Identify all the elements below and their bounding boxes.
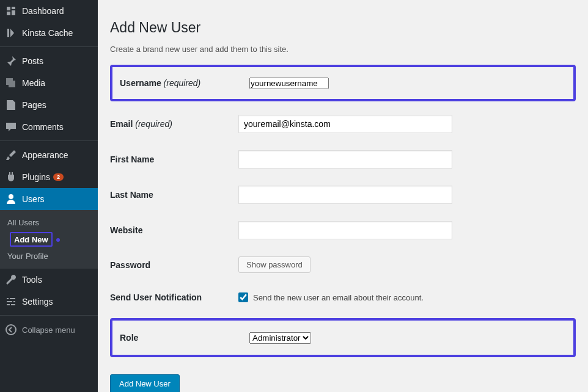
sidebar-item-media[interactable]: Media	[0, 72, 98, 94]
sidebar-item-tools[interactable]: Tools	[0, 269, 98, 291]
pages-icon	[5, 99, 17, 111]
first-name-label: First Name	[110, 142, 232, 177]
website-label: Website	[110, 212, 232, 248]
website-input[interactable]	[238, 221, 452, 239]
email-label: Email (required)	[110, 106, 232, 142]
sidebar-item-users[interactable]: Users	[0, 188, 98, 210]
submenu-your-profile[interactable]: Your Profile	[0, 249, 98, 264]
form-row-email: Email (required)	[110, 106, 576, 142]
last-name-input[interactable]	[238, 186, 452, 204]
form-row-first-name: First Name	[110, 142, 576, 177]
page-description: Create a brand new user and add them to …	[110, 45, 576, 54]
password-label: Password	[110, 248, 232, 281]
submenu-add-new[interactable]: Add New	[14, 235, 48, 244]
kinsta-icon	[5, 27, 17, 39]
form-row-notification: Send User Notification Send the new user…	[110, 281, 576, 313]
pin-icon	[5, 55, 17, 67]
role-label: Role	[117, 324, 247, 351]
submenu-add-new-highlight: Add New	[10, 232, 53, 247]
sidebar-label: Dashboard	[22, 6, 64, 16]
notification-label: Send User Notification	[110, 281, 232, 313]
page-title: Add New User	[110, 20, 576, 36]
sliders-icon	[5, 296, 17, 308]
sidebar-label: Users	[22, 194, 45, 204]
sidebar-submenu-users: All Users Add New Your Profile	[0, 210, 98, 269]
sidebar-label: Media	[22, 78, 45, 88]
notification-text: Send the new user an email about their a…	[253, 293, 424, 302]
sidebar-item-kinsta-cache[interactable]: Kinsta Cache	[0, 22, 98, 44]
sidebar-label: Comments	[22, 122, 64, 132]
sidebar-separator	[0, 313, 98, 316]
brush-icon	[5, 149, 17, 161]
show-password-button[interactable]: Show password	[238, 256, 311, 273]
media-icon	[5, 77, 17, 89]
collapse-label: Collapse menu	[22, 325, 75, 335]
user-form-table: Email (required) First Name Last Name We…	[110, 106, 576, 313]
highlight-dot-icon	[56, 238, 60, 242]
form-row-last-name: Last Name	[110, 177, 576, 212]
svg-point-0	[6, 325, 16, 335]
notification-checkbox-row[interactable]: Send the new user an email about their a…	[238, 292, 570, 302]
sidebar-label: Settings	[22, 297, 53, 307]
sidebar-label: Plugins	[22, 172, 50, 182]
user-icon	[5, 193, 17, 205]
submenu-add-new-row: Add New	[0, 230, 98, 249]
admin-sidebar: Dashboard Kinsta Cache Posts Media Pages…	[0, 0, 98, 392]
username-label: Username (required)	[117, 71, 247, 95]
collapse-icon	[5, 324, 17, 336]
sidebar-separator	[0, 44, 98, 47]
plugins-update-badge: 2	[53, 173, 64, 181]
submenu-all-users[interactable]: All Users	[0, 215, 98, 230]
sidebar-separator	[0, 138, 98, 141]
username-input[interactable]	[249, 78, 329, 89]
last-name-label: Last Name	[110, 177, 232, 212]
sidebar-item-pages[interactable]: Pages	[0, 94, 98, 116]
role-select[interactable]: Administrator	[249, 332, 311, 344]
email-input[interactable]	[238, 115, 452, 133]
first-name-input[interactable]	[238, 150, 452, 169]
sidebar-item-appearance[interactable]: Appearance	[0, 144, 98, 166]
sidebar-label: Pages	[22, 100, 46, 110]
form-row-password: Password Show password	[110, 248, 576, 281]
sidebar-item-posts[interactable]: Posts	[0, 50, 98, 72]
sidebar-item-plugins[interactable]: Plugins 2	[0, 166, 98, 188]
form-row-website: Website	[110, 212, 576, 248]
sidebar-label: Kinsta Cache	[22, 28, 73, 38]
dashboard-icon	[5, 5, 17, 17]
collapse-menu[interactable]: Collapse menu	[0, 319, 98, 341]
main-content: Add New User Create a brand new user and…	[98, 0, 588, 392]
add-new-user-button[interactable]: Add New User	[110, 374, 180, 392]
wrench-icon	[5, 274, 17, 286]
notification-checkbox[interactable]	[238, 292, 248, 302]
role-highlight: Role Administrator	[110, 318, 576, 357]
username-highlight: Username (required)	[110, 65, 576, 101]
sidebar-item-comments[interactable]: Comments	[0, 116, 98, 138]
plug-icon	[5, 171, 17, 183]
comment-icon	[5, 121, 17, 133]
sidebar-item-settings[interactable]: Settings	[0, 291, 98, 313]
sidebar-label: Appearance	[22, 150, 68, 160]
sidebar-label: Posts	[22, 56, 43, 66]
sidebar-label: Tools	[22, 275, 42, 285]
sidebar-item-dashboard[interactable]: Dashboard	[0, 0, 98, 22]
